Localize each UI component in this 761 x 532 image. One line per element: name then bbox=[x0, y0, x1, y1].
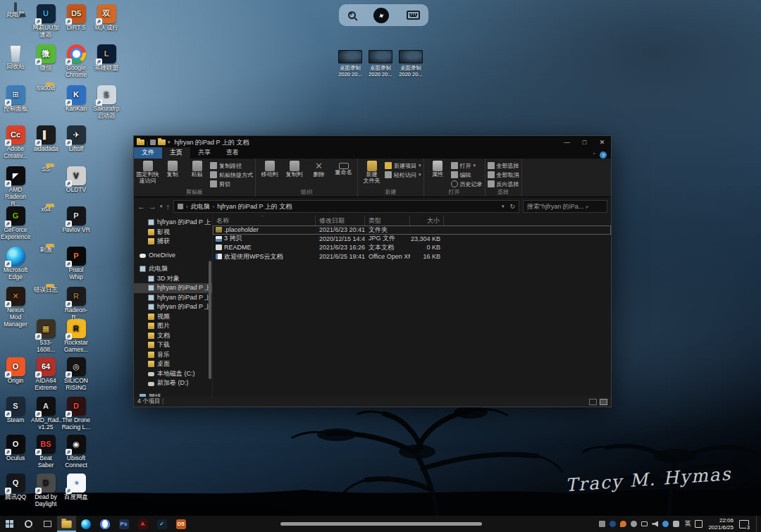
file-row[interactable]: .placeholder2021/6/23 20:41文件夹 bbox=[213, 225, 611, 235]
desktop-icon-adobe-creativ-[interactable]: Cc↗Adobe Creativ... bbox=[1, 125, 30, 160]
tab-view[interactable]: 查看 bbox=[218, 147, 247, 159]
sidebar-scrollbar[interactable] bbox=[209, 261, 211, 379]
ribbon-edit-button[interactable]: 编辑 bbox=[451, 171, 483, 179]
column-header-name[interactable]: 名称 bbox=[213, 216, 316, 225]
desktop-icon-kankan[interactable]: K↗KanKan bbox=[61, 85, 91, 113]
recent-locations-icon[interactable]: ▾ bbox=[160, 204, 163, 209]
ribbon-paste-button[interactable]: 粘贴 bbox=[185, 160, 209, 178]
desktop-icon-pavlov-vr[interactable]: P↗Pavlov VR bbox=[61, 206, 91, 234]
taskbar-clock[interactable]: 22:06 2021/6/25 bbox=[705, 517, 736, 530]
desktop-icon-微信[interactable]: 微↗微信 bbox=[31, 44, 61, 72]
desktop-icon-amd-radeon-r-[interactable]: ◤↗AMD Radeon R... bbox=[1, 166, 30, 207]
desktop-icon-ss[interactable]: SS bbox=[31, 166, 61, 173]
ribbon-shortcut-button[interactable]: 粘贴快捷方式 bbox=[210, 171, 253, 179]
taskbar-adobe-button[interactable]: A bbox=[133, 516, 152, 532]
tray-volume-icon[interactable] bbox=[651, 520, 659, 528]
help-icon[interactable]: ? bbox=[600, 151, 607, 159]
tab-file[interactable]: 文件 bbox=[134, 147, 162, 159]
sidebar-item-本地磁盘-c-[interactable]: 本地磁盘 (C:) bbox=[134, 369, 212, 379]
home-indicator-bar[interactable] bbox=[280, 522, 482, 526]
tray-uu-icon[interactable] bbox=[609, 520, 617, 528]
remote-app-icon[interactable] bbox=[373, 8, 389, 23]
desktop-icon-google-chrome[interactable]: ↗Google Chrome bbox=[61, 44, 91, 79]
desktop-icon-双人成行[interactable]: 双↗双人成行 bbox=[92, 4, 121, 32]
ribbon-move-button[interactable]: 移动到 bbox=[258, 160, 281, 178]
forward-icon[interactable]: → bbox=[149, 202, 156, 211]
sidebar-item-文档[interactable]: 文档 bbox=[134, 331, 212, 341]
thumbnail-view-icon[interactable] bbox=[600, 399, 607, 405]
maximize-button[interactable]: □ bbox=[576, 136, 593, 149]
desktop-icon-aida64-extreme[interactable]: 64↗AIDA64 Extreme bbox=[31, 357, 61, 392]
desktop-icon-the-drone-racing-l-[interactable]: D↗The Drone Racing L... bbox=[61, 397, 91, 431]
sidebar-item-下载[interactable]: 下载 bbox=[134, 340, 212, 350]
ribbon-props-button[interactable]: 属性 bbox=[426, 160, 450, 178]
tray-flame-icon[interactable] bbox=[619, 520, 627, 528]
desktop-icon-回收站[interactable]: 回收站 bbox=[1, 44, 30, 70]
desktop-icon-腾讯qq[interactable]: Q↗腾讯QQ bbox=[1, 474, 30, 501]
desktop-icon-英雄联盟[interactable]: L↗英雄联盟 bbox=[92, 44, 121, 72]
desktop-icon-网易uu加速器[interactable]: U↗网易UU加速器 bbox=[31, 4, 61, 39]
ribbon-easy-button[interactable]: 轻松访问▾ bbox=[385, 171, 421, 179]
desktop-icon-sakurafrp-启动器[interactable]: S↗Sakurafrp 启动器 bbox=[92, 85, 121, 120]
ribbon-hist-button[interactable]: 历史记录 bbox=[451, 180, 483, 188]
desktop-icon-百度网盘[interactable]: ◔↗百度网盘 bbox=[61, 474, 91, 501]
taskbar-dirt5-button[interactable]: D5 bbox=[171, 516, 190, 532]
file-row[interactable]: README2021/6/23 16:26文本文档0 KB bbox=[213, 243, 611, 252]
sidebar-item-hjfryan-的ipad-p-上[interactable]: hjfryan 的iPad P 上 bbox=[134, 293, 212, 303]
sidebar-item-图片[interactable]: 图片 bbox=[134, 321, 212, 331]
taskbar-check-app-button[interactable]: ✓ bbox=[152, 516, 171, 532]
ribbon-cut-button[interactable]: 剪切 bbox=[210, 180, 253, 188]
ribbon-open-button[interactable]: 打开▾ bbox=[451, 161, 483, 170]
desktop-video-file[interactable]: 桌面录制 2020 20... bbox=[366, 50, 395, 78]
zoom-in-icon[interactable] bbox=[348, 11, 356, 19]
sidebar-item-onedrive[interactable]: OneDrive bbox=[134, 251, 212, 261]
sidebar-item-捕获[interactable]: 捕获 bbox=[134, 237, 212, 247]
desktop-icon-radeon-r-[interactable]: R↗Radeon-R... bbox=[61, 287, 91, 321]
desktop-icon-geforce-experience[interactable]: G↗GeForce Experience bbox=[1, 206, 30, 241]
ribbon-selnone-button[interactable]: 全部取消 bbox=[488, 171, 519, 179]
show-desktop-button[interactable] bbox=[756, 516, 759, 532]
taskbar-chrome-button[interactable] bbox=[95, 516, 114, 532]
desktop-icon-控制面板[interactable]: ⊞↗控制面板 bbox=[1, 85, 30, 113]
sidebar-item-音乐[interactable]: 音乐 bbox=[134, 350, 212, 360]
ribbon-selall-button[interactable]: 全部选择 bbox=[488, 161, 519, 170]
desktop-icon-dead-by-daylight[interactable]: D↗Dead by Daylight bbox=[31, 474, 61, 508]
ribbon-newfolder-button[interactable]: 新建 文件夹 bbox=[360, 160, 383, 185]
desktop-icon-beat-saber[interactable]: BS↗Beat Saber bbox=[31, 435, 61, 469]
desktop-icon-silicon-rising[interactable]: ◎↗SILICON RISING bbox=[61, 357, 91, 392]
sidebar-item-hjfryan-的ipad-p-上[interactable]: hjfryan 的iPad P 上 bbox=[134, 302, 212, 312]
new-folder-qat-icon[interactable] bbox=[158, 140, 166, 145]
desktop-icon-ubisoft-connect[interactable]: ◉↗Ubisoft Connect bbox=[61, 435, 91, 469]
file-row[interactable]: 欢迎使用WPS云文档2021/6/25 19:41Office Open XM.… bbox=[213, 252, 611, 261]
address-dropdown-icon[interactable]: ▾ bbox=[502, 204, 505, 209]
touch-keyboard-icon[interactable] bbox=[695, 520, 703, 528]
sidebar-item-此电脑[interactable]: 此电脑 bbox=[134, 264, 212, 274]
desktop-video-file[interactable]: 桌面录制 2020 20... bbox=[336, 50, 364, 78]
sidebar-item-桌面[interactable]: 桌面 bbox=[134, 359, 212, 369]
desktop-icon-6900xt[interactable]: 6900xt bbox=[31, 85, 61, 92]
start-button[interactable] bbox=[0, 516, 19, 532]
sidebar-item-网络[interactable]: 网络 bbox=[134, 392, 212, 397]
back-icon[interactable]: ← bbox=[137, 202, 145, 211]
taskbar-photoshop-button[interactable]: Ps bbox=[114, 516, 133, 532]
search-input[interactable]: 搜索"hjfryan 的iPa... ⌕ bbox=[523, 200, 607, 213]
column-header-type[interactable]: 类型 bbox=[365, 216, 410, 225]
tray-swoosh-icon[interactable] bbox=[662, 520, 669, 528]
desktop-icon-pistol-whip[interactable]: P↗Pistol Whip bbox=[61, 247, 91, 281]
breadcrumb-this-pc[interactable]: 此电脑 bbox=[191, 202, 210, 211]
tray-amd-icon[interactable] bbox=[598, 520, 606, 528]
desktop-icon-oldtv[interactable]: V↗OLDTV bbox=[61, 166, 91, 194]
breadcrumb-folder[interactable]: hjfryan 的iPad P 上的 文档 bbox=[217, 202, 292, 211]
address-bar[interactable]: › 此电脑 › hjfryan 的iPad P 上的 文档 ▾ ↻ bbox=[173, 200, 519, 213]
tab-home[interactable]: 主页 bbox=[162, 147, 190, 159]
collapse-ribbon-icon[interactable]: ⌃ bbox=[592, 152, 596, 158]
ribbon-del-button[interactable]: ✕删除 bbox=[307, 160, 330, 178]
desktop-icon-amd_rad-v1-25[interactable]: A↗AMD_Rad.. v1.25 bbox=[31, 397, 61, 431]
sidebar-item-视频[interactable]: 视频 bbox=[134, 312, 212, 322]
ribbon-copy-button[interactable]: 复制 bbox=[161, 160, 184, 178]
action-center-icon[interactable]: 3 bbox=[739, 520, 749, 528]
taskbar-explorer-button[interactable] bbox=[57, 516, 76, 532]
desktop-icon-oculus[interactable]: O↗Oculus bbox=[1, 435, 30, 462]
desktop-icon-rockstar-games-[interactable]: R↗Rockstar Games... bbox=[61, 319, 91, 354]
ribbon-ren-button[interactable]: 重命名 bbox=[332, 160, 355, 176]
